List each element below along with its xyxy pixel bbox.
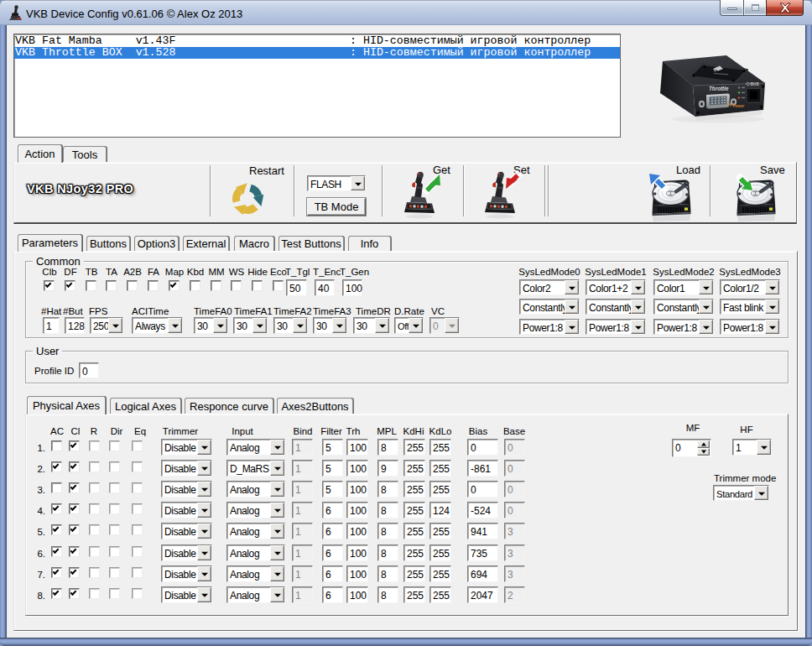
svg-text:BUS: BUS (751, 82, 760, 86)
svg-text:Power: Power (733, 104, 745, 108)
svg-text:Throttle: Throttle (709, 86, 729, 91)
